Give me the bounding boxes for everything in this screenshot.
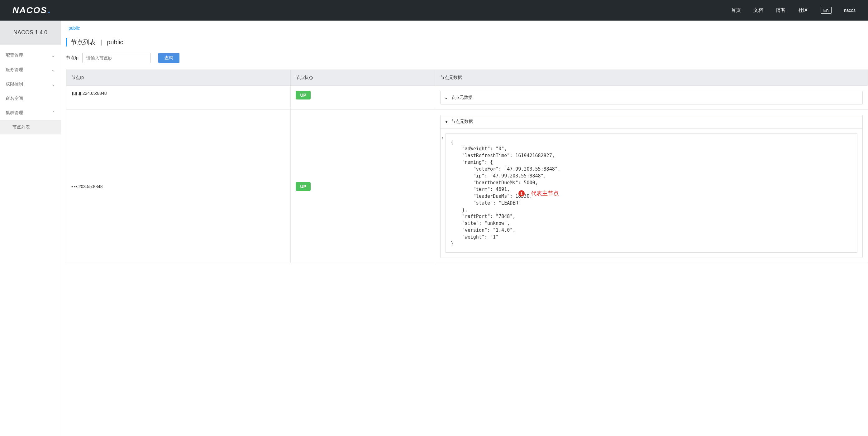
chevron-down-icon: [445, 119, 447, 124]
cell-ip: ▪ ▪▪.203.55:8848: [66, 110, 291, 263]
meta-panel: 节点元数据 • { "adWeight": "0", "lastRefreshT…: [440, 115, 863, 258]
search-label: 节点Ip: [66, 55, 79, 61]
table-row: ▮.▮.▮.224.65:8848 UP 节点元数据: [66, 86, 868, 110]
sidebar-item-namespace[interactable]: 命名空间: [0, 91, 61, 106]
node-ip-input[interactable]: [82, 53, 151, 63]
meta-panel-title: 节点元数据: [451, 95, 473, 100]
sidebar-brand: NACOS 1.4.0: [0, 21, 61, 45]
sidebar-item-label: 配置管理: [6, 53, 23, 58]
sidebar-subitem-node-list[interactable]: 节点列表: [0, 120, 61, 135]
main-content: public 节点列表 | public 节点Ip 查询 节点Ip 节点状态 节…: [61, 21, 868, 436]
status-badge-up: UP: [296, 91, 310, 99]
cell-meta: 节点元数据: [435, 86, 868, 110]
chevron-right-icon: [445, 95, 447, 100]
chevron-down-icon: ⌄: [52, 68, 55, 72]
sidebar-item-cluster[interactable]: 集群管理 ⌃: [0, 106, 61, 120]
page-title-main: 节点列表: [71, 39, 96, 46]
meta-panel-title: 节点元数据: [451, 119, 473, 124]
user-label[interactable]: nacos: [844, 8, 856, 13]
search-row: 节点Ip 查询: [66, 53, 868, 63]
bullet-icon: •: [442, 136, 443, 140]
node-table: 节点Ip 节点状态 节点元数据 ▮.▮.▮.224.65:8848 UP: [66, 69, 868, 263]
sidebar-item-label: 命名空间: [6, 96, 23, 101]
table-row: ▪ ▪▪.203.55:8848 UP 节点元数据 •: [66, 110, 868, 263]
nav-blog[interactable]: 博客: [776, 7, 786, 14]
meta-panel-toggle[interactable]: 节点元数据: [440, 115, 862, 128]
chevron-up-icon: ⌃: [52, 111, 55, 115]
page-title-namespace: public: [107, 39, 123, 46]
sidebar: NACOS 1.4.0 配置管理 ⌄ 服务管理 ⌄ 权限控制 ⌄ 命名空间 集群…: [0, 21, 61, 436]
col-header-status: 节点状态: [291, 70, 435, 86]
cell-ip: ▮.▮.▮.224.65:8848: [66, 86, 291, 110]
sidebar-item-label: 集群管理: [6, 110, 23, 116]
sidebar-item-label: 权限控制: [6, 81, 23, 87]
status-badge-up: UP: [296, 182, 310, 191]
col-header-ip: 节点Ip: [66, 70, 291, 86]
meta-panel-toggle[interactable]: 节点元数据: [440, 91, 862, 104]
cell-status: UP: [291, 110, 435, 263]
search-button[interactable]: 查询: [158, 53, 180, 63]
namespace-tab-public[interactable]: public: [66, 24, 83, 32]
nav-home[interactable]: 首页: [731, 7, 741, 14]
page-title: 节点列表 | public: [66, 38, 868, 47]
meta-panel-body: • { "adWeight": "0", "lastRefreshTime": …: [440, 128, 862, 258]
annotation-text: 代表主节点: [531, 190, 559, 197]
language-toggle[interactable]: En: [820, 7, 832, 14]
meta-json: { "adWeight": "0", "lastRefreshTime": 16…: [445, 134, 858, 253]
top-header: NACOS. 首页 文档 博客 社区 En nacos: [0, 0, 868, 21]
nav-community[interactable]: 社区: [798, 7, 808, 14]
chevron-down-icon: ⌄: [52, 82, 55, 86]
header-nav: 首页 文档 博客 社区 En nacos: [731, 7, 856, 14]
logo-dot-icon: .: [48, 5, 51, 15]
sidebar-item-label: 服务管理: [6, 67, 23, 73]
nacos-logo[interactable]: NACOS.: [12, 5, 51, 15]
col-header-meta: 节点元数据: [435, 70, 868, 86]
sidebar-item-config[interactable]: 配置管理 ⌄: [0, 48, 61, 63]
sidebar-item-service[interactable]: 服务管理 ⌄: [0, 63, 61, 77]
title-separator: |: [101, 39, 102, 46]
annotation-badge-1: 1: [519, 190, 525, 197]
cell-status: UP: [291, 86, 435, 110]
nav-docs[interactable]: 文档: [753, 7, 763, 14]
chevron-down-icon: ⌄: [52, 54, 55, 57]
sidebar-item-auth[interactable]: 权限控制 ⌄: [0, 77, 61, 91]
meta-panel: 节点元数据: [440, 91, 863, 105]
cell-meta: 节点元数据 • { "adWeight": "0", "lastRefreshT…: [435, 110, 868, 263]
